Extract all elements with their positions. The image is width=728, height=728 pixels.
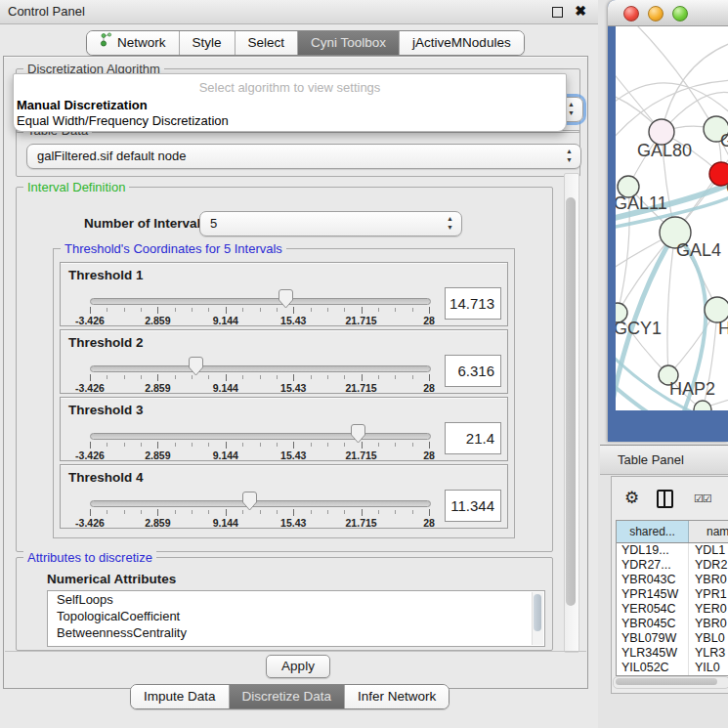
table-horizontal-scrollbar[interactable]: [613, 676, 728, 689]
tab-select[interactable]: Select: [235, 31, 298, 55]
tick-mark: [242, 443, 243, 447]
tick-mark: [293, 374, 294, 381]
tick-label: 21.715: [346, 517, 377, 529]
tab-impute-data[interactable]: Impute Data: [131, 685, 229, 708]
close-icon[interactable]: ✖: [575, 3, 586, 19]
tick-label: 9.144: [213, 450, 238, 461]
list-vertical-scrollbar[interactable]: [532, 592, 543, 645]
table-row[interactable]: YER054CYER0: [617, 602, 728, 617]
numerical-attributes-list[interactable]: SelfLoopsTopologicalCoefficientBetweenne…: [47, 590, 545, 647]
tick-mark: [344, 308, 345, 312]
attribute-list-item[interactable]: BetweennessCentrality: [48, 624, 544, 641]
slider-thumb[interactable]: [351, 424, 365, 444]
threshold-value-field[interactable]: 6.316: [445, 355, 501, 387]
tab-network[interactable]: Network: [87, 31, 179, 55]
combo-arrows-icon: ▲▼: [566, 147, 573, 164]
threshold-label: Threshold 2: [68, 335, 144, 350]
table-row[interactable]: YBR043CYBR0: [617, 573, 728, 587]
slider-thumb[interactable]: [242, 492, 257, 511]
cell-name: YBR0: [689, 573, 728, 587]
table-row[interactable]: YBR045CYBR0: [617, 617, 728, 631]
node-label: H: [718, 319, 728, 338]
table-row[interactable]: YPR145WYPR1: [617, 587, 728, 602]
threshold-label: Threshold 4: [68, 470, 144, 485]
attribute-list-item[interactable]: TopologicalCoefficient: [48, 608, 544, 624]
slider-track[interactable]: [90, 433, 431, 440]
scrollbar-thumb[interactable]: [534, 594, 541, 631]
table-row[interactable]: YDL19...YDL1: [617, 543, 728, 558]
tick-label: 28: [423, 382, 435, 394]
tick-mark: [208, 308, 209, 312]
tick-mark: [124, 510, 125, 514]
cell-shared-name: YBR043C: [617, 573, 689, 587]
gear-icon[interactable]: ⚙: [624, 488, 639, 508]
table-row[interactable]: YBL079WYBL0: [617, 631, 728, 646]
cell-name: YLR3: [689, 646, 728, 661]
panel-vertical-scrollbar[interactable]: [564, 173, 579, 653]
tick-label: 28: [423, 315, 435, 326]
tick-mark: [362, 307, 363, 314]
threshold-slider[interactable]: -3.4262.8599.14415.4321.71528: [90, 492, 429, 529]
control-panel-titlebar: Control Panel ✖: [0, 0, 598, 24]
algorithm-option[interactable]: Equal Width/Frequency Discretization: [17, 113, 563, 129]
threshold-value-field[interactable]: 14.713: [445, 287, 501, 320]
algorithm-option[interactable]: Manual Discretization: [17, 98, 563, 113]
checkboxes-icon[interactable]: ☑☑: [694, 492, 711, 505]
tab-style[interactable]: Style: [179, 31, 235, 55]
threshold-slider[interactable]: -3.4262.8599.14415.4321.71528: [90, 357, 429, 394]
tick-mark: [90, 509, 91, 516]
close-traffic-light-icon[interactable]: [623, 6, 639, 21]
number-of-intervals-combobox[interactable]: 5 ▲▼: [199, 211, 462, 236]
table-data-combobox[interactable]: galFiltered.sif default node ▲▼: [26, 144, 581, 169]
cell-name: YBR0: [689, 617, 728, 631]
table-row[interactable]: YLR345WYLR3: [617, 646, 728, 661]
cell-name: YPR1: [689, 587, 728, 602]
attribute-list-item[interactable]: SelfLoops: [48, 591, 544, 608]
tab-label: Cyni Toolbox: [311, 31, 386, 55]
slider-track[interactable]: [90, 500, 431, 507]
tick-label: 28: [423, 517, 435, 529]
tick-mark: [124, 375, 125, 379]
apply-button[interactable]: Apply: [266, 655, 330, 678]
table-row[interactable]: YDR27...YDR2: [617, 558, 728, 573]
attribute-items: SelfLoopsTopologicalCoefficientBetweenne…: [48, 591, 544, 641]
tick-mark: [378, 308, 379, 312]
tick-mark: [293, 307, 294, 314]
table-header-row: shared... name: [617, 521, 728, 543]
tick-mark: [378, 375, 379, 379]
slider-thumb[interactable]: [189, 357, 203, 376]
scrollbar-thumb[interactable]: [566, 197, 576, 606]
slider-thumb[interactable]: [278, 289, 293, 309]
tick-mark: [226, 374, 227, 381]
tick-label: -3.426: [75, 450, 105, 461]
table-row[interactable]: YIL052CYIL0: [617, 661, 728, 675]
minimize-traffic-light-icon[interactable]: [648, 6, 664, 21]
column-header-name[interactable]: name: [689, 521, 728, 542]
node-label: GAL4: [676, 240, 721, 260]
network-canvas[interactable]: GAL80G.CGAL11GAL4GCY1HHAP2: [616, 25, 728, 410]
slider-track[interactable]: [90, 298, 431, 305]
tab-cyni-toolbox[interactable]: Cyni Toolbox: [297, 31, 399, 55]
columns-icon[interactable]: [657, 490, 673, 508]
cell-name: YER0: [689, 602, 728, 617]
tab-infer-network[interactable]: Infer Network: [344, 685, 449, 708]
threshold-slider[interactable]: -3.4262.8599.14415.4321.71528: [90, 289, 429, 326]
tab-discretize-data[interactable]: Discretize Data: [229, 685, 345, 708]
group-title: Interval Definition: [23, 180, 129, 194]
float-window-icon[interactable]: [552, 7, 563, 18]
network-node[interactable]: [694, 401, 711, 410]
threshold-slider[interactable]: -3.4262.8599.14415.4321.71528: [90, 424, 429, 461]
column-header-shared-name[interactable]: shared...: [617, 521, 689, 542]
threshold-panel: Threshold 2-3.4262.8599.14415.4321.71528…: [60, 329, 508, 394]
tick-mark: [226, 442, 227, 449]
tab-jactivemnodules[interactable]: jActiveMNodules: [399, 31, 524, 55]
cell-shared-name: YIL052C: [617, 661, 689, 675]
zoom-traffic-light-icon[interactable]: [672, 6, 688, 21]
threshold-value-field[interactable]: 21.4: [445, 422, 501, 454]
threshold-value-field[interactable]: 11.344: [445, 490, 501, 522]
scrollbar-thumb[interactable]: [616, 678, 717, 685]
slider-track[interactable]: [90, 365, 431, 372]
tick-label: -3.426: [75, 315, 105, 326]
node-label: G.: [720, 131, 728, 150]
numerical-attributes-label: Numerical Attributes: [47, 572, 176, 586]
